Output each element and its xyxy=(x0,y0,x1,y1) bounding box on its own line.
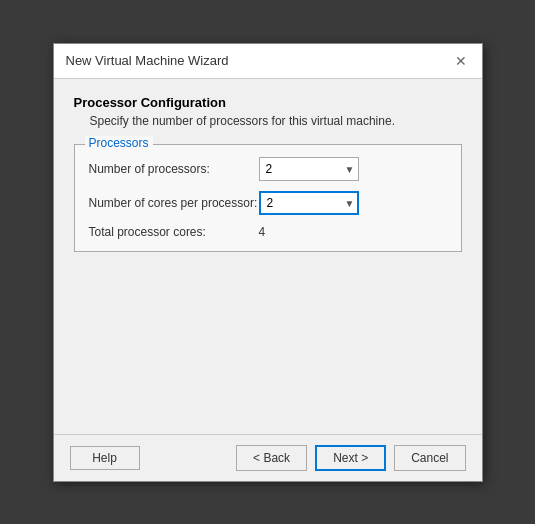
num-processors-select[interactable]: 1 2 4 8 16 xyxy=(259,157,359,181)
dialog-window: New Virtual Machine Wizard ✕ Processor C… xyxy=(53,43,483,482)
help-button[interactable]: Help xyxy=(70,446,140,470)
dialog-title: New Virtual Machine Wizard xyxy=(66,53,229,68)
title-bar: New Virtual Machine Wizard ✕ xyxy=(54,44,482,79)
content-area: Processor Configuration Specify the numb… xyxy=(54,79,482,434)
num-processors-row: Number of processors: 1 2 4 8 16 ▼ xyxy=(89,157,447,181)
cancel-button[interactable]: Cancel xyxy=(394,445,465,471)
close-button[interactable]: ✕ xyxy=(452,52,470,70)
cores-per-processor-label: Number of cores per processor: xyxy=(89,196,259,210)
footer: Help < Back Next > Cancel xyxy=(54,434,482,481)
cores-per-processor-select[interactable]: 1 2 4 8 16 xyxy=(259,191,359,215)
next-button[interactable]: Next > xyxy=(315,445,386,471)
cores-per-processor-row: Number of cores per processor: 1 2 4 8 1… xyxy=(89,191,447,215)
section-subtitle: Specify the number of processors for thi… xyxy=(74,114,462,128)
footer-right-buttons: < Back Next > Cancel xyxy=(236,445,465,471)
num-processors-label: Number of processors: xyxy=(89,162,259,176)
total-cores-label: Total processor cores: xyxy=(89,225,259,239)
section-title: Processor Configuration xyxy=(74,95,462,110)
cores-per-processor-select-wrapper: 1 2 4 8 16 ▼ xyxy=(259,191,359,215)
group-box-label: Processors xyxy=(85,136,153,150)
total-cores-value: 4 xyxy=(259,225,266,239)
back-button[interactable]: < Back xyxy=(236,445,307,471)
content-spacer xyxy=(74,268,462,418)
total-cores-row: Total processor cores: 4 xyxy=(89,225,447,239)
processors-group: Processors Number of processors: 1 2 4 8… xyxy=(74,144,462,252)
num-processors-select-wrapper: 1 2 4 8 16 ▼ xyxy=(259,157,359,181)
